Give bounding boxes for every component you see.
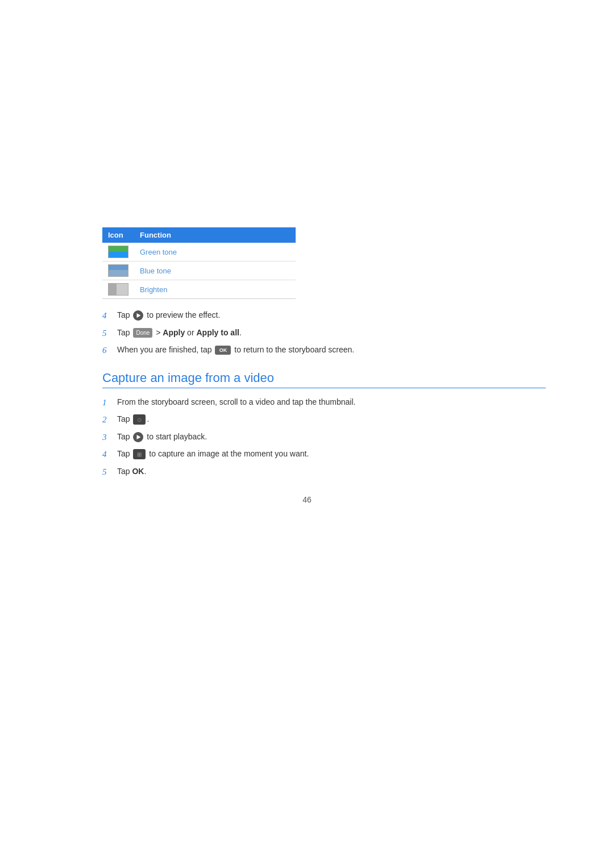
step-content-4: Tap to preview the effect. xyxy=(117,309,546,321)
capture-icon xyxy=(133,449,146,459)
step-item-6: 6 When you are finished, tap OK to retur… xyxy=(102,344,546,357)
blue-tone-icon xyxy=(108,264,128,277)
table-row: Brighten xyxy=(102,280,296,299)
page-number: 46 xyxy=(68,495,546,504)
section-step-number-4: 4 xyxy=(102,448,115,461)
section-step-item-3: 3 Tap to start playback. xyxy=(102,431,546,444)
section-step-number-1: 1 xyxy=(102,396,115,409)
step-number-6: 6 xyxy=(102,344,115,357)
ok-text-label: OK xyxy=(132,467,144,476)
step-number-5: 5 xyxy=(102,327,115,340)
section-step-number-2: 2 xyxy=(102,413,115,426)
section-step-item-5: 5 Tap OK. xyxy=(102,466,546,479)
step-item-4: 4 Tap to preview the effect. xyxy=(102,309,546,322)
table-header-row: Icon Function xyxy=(102,227,296,243)
icon-header: Icon xyxy=(102,227,134,243)
green-tone-label: Green tone xyxy=(134,243,296,261)
brighten-icon xyxy=(108,283,128,296)
section-step-number-5: 5 xyxy=(102,466,115,479)
step-content-5: Tap Done > Apply or Apply to all. xyxy=(117,327,546,339)
pre-section-steps: 4 Tap to preview the effect. 5 Tap Done … xyxy=(102,309,546,357)
table-row: Green tone xyxy=(102,243,296,261)
camera-icon xyxy=(133,414,146,425)
green-tone-icon-cell xyxy=(102,243,134,261)
brighten-label: Brighten xyxy=(134,280,296,299)
section-step-item-4: 4 Tap to capture an image at the moment … xyxy=(102,448,546,461)
section-step-content-1: From the storyboard screen, scroll to a … xyxy=(117,396,546,408)
blue-tone-label: Blue tone xyxy=(134,261,296,280)
apply-label: Apply xyxy=(163,328,185,337)
bottom-spacer xyxy=(68,504,546,675)
play-icon xyxy=(133,310,143,321)
section-step-content-5: Tap OK. xyxy=(117,466,546,477)
play-icon-2 xyxy=(133,432,143,442)
blue-tone-icon-cell xyxy=(102,261,134,280)
table-row: Blue tone xyxy=(102,261,296,280)
step-content-6: When you are finished, tap OK to return … xyxy=(117,344,546,356)
section-heading: Capture an image from a video xyxy=(102,371,546,388)
brighten-icon-cell xyxy=(102,280,134,299)
step-item-5: 5 Tap Done > Apply or Apply to all. xyxy=(102,327,546,340)
effect-table: Icon Function Green tone Blue tone xyxy=(102,227,296,299)
section-step-number-3: 3 xyxy=(102,431,115,444)
apply-all-label: Apply to all xyxy=(196,328,239,337)
section-step-content-4: Tap to capture an image at the moment yo… xyxy=(117,448,546,460)
done-button-icon: Done xyxy=(133,328,152,338)
section-step-content-2: Tap . xyxy=(117,413,546,425)
green-tone-icon xyxy=(108,246,128,258)
top-spacer xyxy=(68,34,546,227)
section-step-item-1: 1 From the storyboard screen, scroll to … xyxy=(102,396,546,409)
section-steps: 1 From the storyboard screen, scroll to … xyxy=(102,396,546,479)
function-header: Function xyxy=(134,227,296,243)
page-container: Icon Function Green tone Blue tone xyxy=(0,0,614,868)
ok-button-icon: OK xyxy=(215,346,231,355)
section-step-content-3: Tap to start playback. xyxy=(117,431,546,443)
section-step-item-2: 2 Tap . xyxy=(102,413,546,426)
step-number-4: 4 xyxy=(102,309,115,322)
